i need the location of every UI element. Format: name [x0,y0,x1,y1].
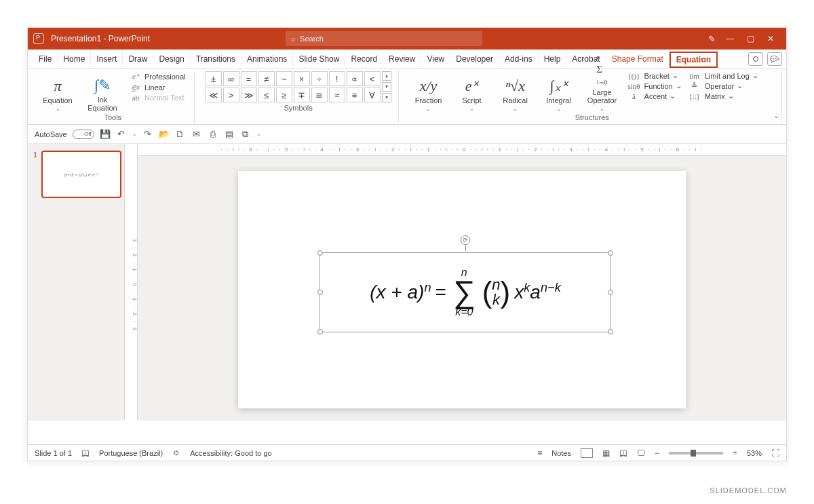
symbol-cell[interactable]: ≫ [241,88,257,102]
fit-to-window-button[interactable]: ⛶ [771,448,779,458]
tab-review[interactable]: Review [383,50,421,69]
symbol-cell[interactable]: ∓ [294,88,310,102]
symbols-scroll-up[interactable]: ▴ [382,71,391,81]
resize-handle-ne[interactable] [608,250,613,256]
close-button[interactable]: ✕ [760,34,781,43]
tab-file[interactable]: File [32,50,58,69]
symbol-cell[interactable]: < [364,71,381,86]
equation-button[interactable]: π Equation ⌄ [39,71,77,112]
search-box[interactable]: ⌕ Search [286,31,482,46]
tab-developer[interactable]: Developer [450,50,499,69]
operator-button[interactable]: ≜Operator ⌄ [687,81,758,90]
sorter-view-button[interactable]: ▦ [602,448,610,458]
tab-design[interactable]: Design [153,50,190,69]
resize-handle-e[interactable] [608,290,613,295]
symbol-cell[interactable]: ± [206,71,222,86]
symbol-cell[interactable]: = [241,71,257,86]
quick-print-icon[interactable]: ⎙ [208,129,218,140]
script-button[interactable]: eˣScript⌄ [453,71,491,112]
quick-access-toolbar: AutoSave Off 💾 ↶ ⌄ ↷ 📂 🗋 ✉ ⎙ ▤ ⧉ ⌄ [28,125,786,144]
resize-handle-nw[interactable] [317,250,323,256]
open-file-icon[interactable]: 📂 [159,129,170,140]
undo-button[interactable]: ↶ [116,129,127,140]
tab-help[interactable]: Help [539,50,567,69]
reading-view-button[interactable]: 🕮 [619,448,627,458]
resize-handle-se[interactable] [608,329,613,334]
symbol-cell[interactable]: ∝ [347,71,363,86]
tab-slideshow[interactable]: Slide Show [293,50,345,69]
zoom-in-button[interactable]: + [733,448,737,458]
accessibility-status[interactable]: Accessibility: Good to go [190,449,271,457]
save-button[interactable]: 💾 [100,129,111,140]
professional-button[interactable]: eˣProfessional [128,71,187,81]
tab-record[interactable]: Record [345,50,383,69]
slideshow-view-button[interactable]: 🖵 [637,448,645,458]
tab-transitions[interactable]: Transitions [191,50,241,69]
equation-content[interactable]: (x + a)n = n∑k=0 (nk) xkan−k [320,253,610,332]
tab-view[interactable]: View [421,50,450,69]
tab-insert[interactable]: Insert [91,50,123,69]
symbol-cell[interactable]: ≈ [329,88,345,102]
symbol-cell[interactable]: ≠ [258,71,275,86]
symbol-cell[interactable]: ≤ [258,88,275,102]
symbol-cell[interactable]: ≪ [206,88,222,102]
ribbon-group-symbols: ±∞=≠~×÷!∝<≪>≫≤≥∓≅≈≡∀ ▴ ▾ ▾ Symbols [199,71,399,123]
symbol-cell[interactable]: ≥ [276,88,292,102]
zoom-out-button[interactable]: − [655,448,659,458]
from-beginning-icon[interactable]: ▤ [224,129,235,140]
symbol-cell[interactable]: ≡ [347,88,363,102]
tab-addins[interactable]: Add-ins [499,50,539,69]
linear-button[interactable]: e̲xLinear [128,82,187,92]
function-button[interactable]: sinθFunction ⌄ [627,81,682,90]
rotate-handle[interactable]: ⟳ [461,235,470,245]
drawing-mode-icon[interactable]: ✎ [708,34,716,44]
touch-mode-icon[interactable]: ⧉ [240,129,251,140]
large-operator-button[interactable]: ⁿΣᵢ₌₀Large Operator⌄ [583,71,621,112]
maximize-button[interactable]: ▢ [740,34,760,43]
slide-thumbnail-1[interactable]: 1 (x+a)ⁿ = Σ(ⁿₖ) xᵏaⁿ⁻ᵏ [41,151,121,198]
normal-text-button[interactable]: abNormal Text [128,93,187,102]
fraction-button[interactable]: x/yFraction⌄ [410,71,448,112]
symbol-cell[interactable]: ∀ [364,88,381,102]
autosave-toggle[interactable]: Off [73,130,94,139]
camera-button[interactable] [748,52,763,66]
symbol-cell[interactable]: ~ [276,71,292,86]
accent-button[interactable]: äAccent ⌄ [627,92,682,100]
symbol-cell[interactable]: × [294,71,310,86]
symbol-cell[interactable]: ∞ [223,71,239,86]
tab-home[interactable]: Home [58,50,91,69]
resize-handle-w[interactable] [317,290,323,295]
new-file-icon[interactable]: 🗋 [175,129,186,140]
resize-handle-sw[interactable] [317,329,323,334]
symbols-more[interactable]: ▾ [382,93,391,102]
notes-button[interactable]: Notes [551,449,571,457]
bracket-button[interactable]: {()}Bracket ⌄ [627,71,682,80]
email-icon[interactable]: ✉ [191,129,202,140]
minimize-button[interactable]: ― [720,34,740,43]
symbol-cell[interactable]: > [223,88,239,102]
tab-animations[interactable]: Animations [241,50,293,69]
tab-equation[interactable]: Equation [670,52,718,68]
symbol-cell[interactable]: ! [329,71,345,86]
redo-button[interactable]: ↷ [142,129,153,140]
slide-canvas[interactable]: ⟳ (x + a)n = n∑k=0 (nk) xkan−k [238,171,686,408]
limit-button[interactable]: limLimit and Log ⌄ [687,71,758,80]
ink-equation-button[interactable]: ∫✎ Ink Equation [83,71,121,112]
radical-button[interactable]: ⁿ√xRadical⌄ [497,71,535,112]
symbols-scroll-down[interactable]: ▾ [382,82,391,92]
matrix-button[interactable]: [::]Matrix ⌄ [687,92,758,100]
integral-icon: ∫ₓˣ [550,77,568,95]
collapse-ribbon-icon[interactable]: ⌄ [773,111,779,120]
equation-text-box[interactable]: ⟳ (x + a)n = n∑k=0 (nk) xkan−k [319,252,611,332]
slide-edit-area[interactable]: ⟳ (x + a)n = n∑k=0 (nk) xkan−k [138,156,786,421]
language-status[interactable]: Portuguese (Brazil) [99,449,163,457]
tab-shape-format[interactable]: Shape Format [606,50,670,69]
zoom-slider[interactable] [669,452,723,454]
normal-view-button[interactable] [581,448,593,458]
symbol-cell[interactable]: ≅ [311,88,328,102]
symbol-cell[interactable]: ÷ [311,71,328,86]
tab-draw[interactable]: Draw [123,50,153,69]
integral-button[interactable]: ∫ₓˣIntegral⌄ [540,71,578,112]
comments-button[interactable]: 💬› [767,52,782,66]
zoom-level[interactable]: 53% [747,449,762,457]
